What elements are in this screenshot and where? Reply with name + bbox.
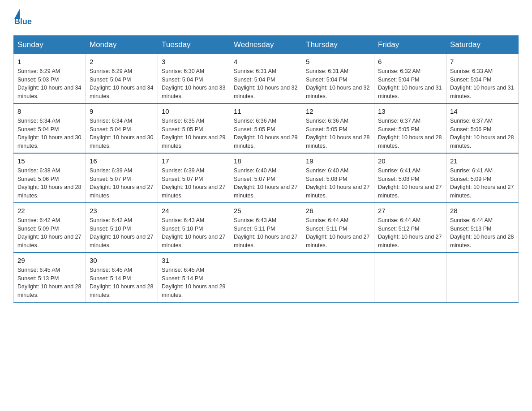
- day-sunset: Sunset: 5:04 PM: [450, 77, 491, 83]
- day-sunset: Sunset: 5:04 PM: [17, 126, 59, 133]
- day-daylight: Daylight: 10 hours and 29 minutes.: [162, 134, 225, 149]
- day-sunrise: Sunrise: 6:29 AM: [17, 68, 60, 74]
- day-sunrise: Sunrise: 6:41 AM: [450, 167, 493, 174]
- calendar-day-cell: 4 Sunrise: 6:31 AM Sunset: 5:04 PM Dayli…: [230, 54, 302, 104]
- day-sunset: Sunset: 5:06 PM: [17, 176, 59, 182]
- day-sunset: Sunset: 5:08 PM: [306, 176, 347, 182]
- day-sunrise: Sunrise: 6:30 AM: [162, 68, 204, 74]
- day-daylight: Daylight: 10 hours and 28 minutes.: [378, 134, 442, 149]
- calendar-day-cell: 19 Sunrise: 6:40 AM Sunset: 5:08 PM Dayl…: [302, 153, 374, 203]
- calendar-day-cell: 13 Sunrise: 6:37 AM Sunset: 5:05 PM Dayl…: [374, 103, 446, 153]
- calendar-day-cell: 1 Sunrise: 6:29 AM Sunset: 5:03 PM Dayli…: [14, 54, 86, 104]
- day-number: 24: [162, 206, 226, 215]
- day-daylight: Daylight: 10 hours and 34 minutes.: [17, 85, 81, 99]
- day-daylight: Daylight: 10 hours and 27 minutes.: [234, 234, 297, 248]
- day-number: 8: [17, 107, 82, 116]
- page-header: Blue: [13, 9, 519, 26]
- day-sunrise: Sunrise: 6:31 AM: [306, 68, 348, 74]
- day-daylight: Daylight: 10 hours and 28 minutes.: [90, 283, 153, 298]
- day-sunrise: Sunrise: 6:37 AM: [450, 118, 493, 124]
- calendar-day-cell: 16 Sunrise: 6:39 AM Sunset: 5:07 PM Dayl…: [86, 153, 158, 203]
- day-sunset: Sunset: 5:13 PM: [450, 226, 491, 232]
- day-daylight: Daylight: 10 hours and 29 minutes.: [162, 283, 225, 298]
- day-daylight: Daylight: 10 hours and 27 minutes.: [90, 234, 153, 248]
- calendar-week-row: 8 Sunrise: 6:34 AM Sunset: 5:04 PM Dayli…: [14, 103, 519, 153]
- day-daylight: Daylight: 10 hours and 27 minutes.: [378, 234, 442, 248]
- day-sunrise: Sunrise: 6:34 AM: [17, 118, 60, 124]
- calendar-day-cell: 20 Sunrise: 6:41 AM Sunset: 5:08 PM Dayl…: [374, 153, 446, 203]
- day-sunset: Sunset: 5:05 PM: [234, 126, 275, 133]
- day-number: 5: [306, 57, 370, 66]
- day-number: 28: [450, 206, 515, 215]
- calendar-day-cell: 21 Sunrise: 6:41 AM Sunset: 5:09 PM Dayl…: [446, 153, 519, 203]
- day-sunrise: Sunrise: 6:44 AM: [378, 217, 420, 223]
- day-sunset: Sunset: 5:04 PM: [378, 77, 419, 83]
- day-number: 26: [306, 206, 370, 215]
- day-sunrise: Sunrise: 6:40 AM: [234, 167, 276, 174]
- day-number: 21: [450, 156, 515, 166]
- day-number: 2: [90, 57, 154, 66]
- calendar-day-cell: 28 Sunrise: 6:44 AM Sunset: 5:13 PM Dayl…: [446, 203, 519, 253]
- calendar-day-cell: 12 Sunrise: 6:36 AM Sunset: 5:05 PM Dayl…: [302, 103, 374, 153]
- day-daylight: Daylight: 10 hours and 27 minutes.: [306, 184, 369, 199]
- calendar-header-tuesday: Tuesday: [158, 36, 230, 54]
- day-daylight: Daylight: 10 hours and 33 minutes.: [162, 85, 225, 99]
- calendar-day-cell: 5 Sunrise: 6:31 AM Sunset: 5:04 PM Dayli…: [302, 54, 374, 104]
- day-sunrise: Sunrise: 6:36 AM: [234, 118, 276, 124]
- calendar-day-cell: 24 Sunrise: 6:43 AM Sunset: 5:10 PM Dayl…: [158, 203, 230, 253]
- day-daylight: Daylight: 10 hours and 28 minutes.: [17, 283, 81, 298]
- day-sunset: Sunset: 5:12 PM: [378, 226, 419, 232]
- day-daylight: Daylight: 10 hours and 27 minutes.: [90, 184, 153, 199]
- day-sunrise: Sunrise: 6:41 AM: [378, 167, 420, 174]
- day-number: 14: [450, 107, 515, 116]
- calendar-header-saturday: Saturday: [446, 36, 519, 54]
- day-daylight: Daylight: 10 hours and 34 minutes.: [90, 85, 153, 99]
- day-daylight: Daylight: 10 hours and 27 minutes.: [162, 234, 225, 248]
- day-sunrise: Sunrise: 6:39 AM: [162, 167, 204, 174]
- day-sunrise: Sunrise: 6:43 AM: [162, 217, 204, 223]
- day-sunrise: Sunrise: 6:45 AM: [17, 267, 60, 273]
- calendar-week-row: 15 Sunrise: 6:38 AM Sunset: 5:06 PM Dayl…: [14, 153, 519, 203]
- day-sunset: Sunset: 5:04 PM: [234, 77, 275, 83]
- day-number: 10: [162, 107, 226, 116]
- calendar-day-cell: 7 Sunrise: 6:33 AM Sunset: 5:04 PM Dayli…: [446, 54, 519, 104]
- day-number: 11: [234, 107, 298, 116]
- day-daylight: Daylight: 10 hours and 32 minutes.: [234, 85, 297, 99]
- day-sunset: Sunset: 5:14 PM: [90, 275, 131, 282]
- calendar-day-cell: 9 Sunrise: 6:34 AM Sunset: 5:04 PM Dayli…: [86, 103, 158, 153]
- day-daylight: Daylight: 10 hours and 27 minutes.: [234, 184, 297, 199]
- day-daylight: Daylight: 10 hours and 30 minutes.: [17, 134, 81, 149]
- day-sunrise: Sunrise: 6:29 AM: [90, 68, 132, 74]
- calendar-week-row: 1 Sunrise: 6:29 AM Sunset: 5:03 PM Dayli…: [14, 54, 519, 104]
- day-sunset: Sunset: 5:04 PM: [90, 77, 131, 83]
- calendar-empty-cell: [302, 253, 374, 302]
- day-number: 20: [378, 156, 442, 166]
- calendar-day-cell: 18 Sunrise: 6:40 AM Sunset: 5:07 PM Dayl…: [230, 153, 302, 203]
- day-sunrise: Sunrise: 6:45 AM: [90, 267, 132, 273]
- day-sunset: Sunset: 5:13 PM: [17, 275, 59, 282]
- day-sunrise: Sunrise: 6:32 AM: [378, 68, 420, 74]
- day-sunrise: Sunrise: 6:42 AM: [90, 217, 132, 223]
- day-sunrise: Sunrise: 6:42 AM: [17, 217, 60, 223]
- day-sunrise: Sunrise: 6:44 AM: [450, 217, 493, 223]
- day-sunset: Sunset: 5:10 PM: [90, 226, 131, 232]
- calendar-day-cell: 2 Sunrise: 6:29 AM Sunset: 5:04 PM Dayli…: [86, 54, 158, 104]
- day-sunset: Sunset: 5:08 PM: [378, 176, 419, 182]
- calendar-day-cell: 11 Sunrise: 6:36 AM Sunset: 5:05 PM Dayl…: [230, 103, 302, 153]
- day-daylight: Daylight: 10 hours and 27 minutes.: [162, 184, 225, 199]
- calendar-empty-cell: [374, 253, 446, 302]
- calendar-day-cell: 10 Sunrise: 6:35 AM Sunset: 5:05 PM Dayl…: [158, 103, 230, 153]
- day-daylight: Daylight: 10 hours and 27 minutes.: [306, 234, 369, 248]
- day-number: 22: [17, 206, 82, 215]
- day-sunrise: Sunrise: 6:45 AM: [162, 267, 204, 273]
- calendar-header-friday: Friday: [374, 36, 446, 54]
- day-daylight: Daylight: 10 hours and 27 minutes.: [378, 184, 442, 199]
- day-number: 31: [162, 256, 226, 265]
- day-number: 1: [17, 57, 82, 66]
- calendar-day-cell: 27 Sunrise: 6:44 AM Sunset: 5:12 PM Dayl…: [374, 203, 446, 253]
- calendar-header-thursday: Thursday: [302, 36, 374, 54]
- day-number: 7: [450, 57, 515, 66]
- day-number: 18: [234, 156, 298, 166]
- day-sunset: Sunset: 5:11 PM: [234, 226, 275, 232]
- day-number: 19: [306, 156, 370, 166]
